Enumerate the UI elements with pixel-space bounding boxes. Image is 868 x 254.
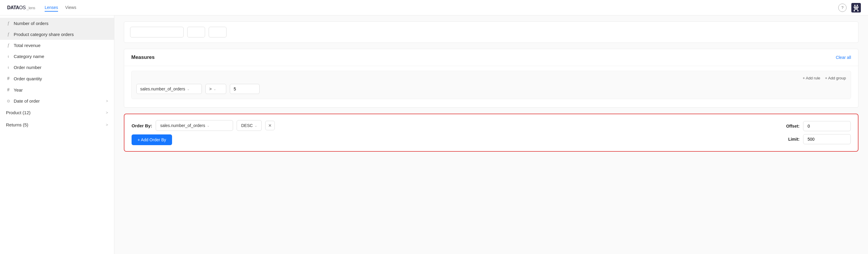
svg-rect-2 — [857, 5, 858, 6]
logo-text: DATAOS _lens — [7, 5, 35, 10]
sidebar-section-returns[interactable]: Returns (5) > — [0, 119, 114, 131]
sidebar-item-total-revenue[interactable]: f Total revenue — [0, 40, 114, 51]
avatar[interactable] — [851, 3, 861, 12]
sidebar-item-order-number[interactable]: t Order number — [0, 62, 114, 73]
chevron-down-icon: ⌄ — [213, 87, 216, 91]
sidebar-item-date-of-order[interactable]: ⊙ Date of order > — [0, 95, 114, 106]
filter-field-select[interactable]: sales.number_of_orders ⌄ — [136, 84, 202, 94]
add-rule-button[interactable]: + Add rule — [803, 76, 820, 80]
sidebar-item-category-name[interactable]: t Category name — [0, 51, 114, 62]
chevron-down-icon: ⌄ — [187, 87, 190, 91]
sidebar-item-label: Product category share orders — [14, 32, 108, 37]
sidebar-item-label: Date of order — [14, 98, 103, 103]
measures-header: Measures Clear all — [124, 49, 858, 66]
hash-icon-1: # — [6, 76, 11, 81]
sidebar-item-label: Order number — [14, 65, 108, 70]
offset-label: Offset: — [782, 124, 800, 128]
order-controls: Order By: sales.number_of_orders ⌄ DESC … — [131, 120, 275, 145]
offset-limit-section: Offset: Limit: — [782, 121, 851, 144]
sidebar-section-label: Returns (5) — [6, 122, 103, 127]
offset-row: Offset: — [782, 121, 851, 131]
sidebar-item-label: Number of orders — [14, 21, 108, 26]
text-icon-1: t — [6, 54, 11, 59]
chevron-right-icon: > — [106, 110, 108, 115]
remove-order-button[interactable]: ✕ — [265, 121, 275, 130]
header-right: ? — [838, 3, 861, 12]
nav-lenses[interactable]: Lenses — [45, 4, 58, 11]
add-order-by-button[interactable]: + Add Order By — [131, 134, 172, 145]
sidebar-item-label: Total revenue — [14, 43, 108, 48]
sidebar-section-product[interactable]: Product (12) > — [0, 106, 114, 119]
sidebar-item-label: Category name — [14, 54, 108, 59]
clock-icon: ⊙ — [6, 99, 11, 103]
partial-btn-2 — [209, 27, 226, 37]
svg-rect-6 — [857, 10, 859, 11]
sidebar-item-order-quantity[interactable]: # Order quantity — [0, 73, 114, 84]
filter-actions: + Add rule + Add group — [136, 76, 846, 80]
limit-input[interactable] — [803, 134, 851, 144]
top-partial-section — [124, 22, 859, 43]
sidebar-item-year[interactable]: # Year — [0, 84, 114, 95]
svg-rect-4 — [854, 8, 858, 9]
add-group-button[interactable]: + Add group — [825, 76, 846, 80]
measures-section: Measures Clear all + Add rule + Add grou… — [124, 49, 859, 108]
header: DATAOS _lens Lenses Views ? — [0, 0, 868, 15]
clear-all-button[interactable]: Clear all — [836, 55, 851, 60]
close-icon: ✕ — [268, 123, 272, 128]
function-icon-2: f — [6, 32, 11, 37]
filter-value-input[interactable] — [230, 84, 259, 94]
measures-title: Measures — [131, 55, 154, 60]
text-icon-2: t — [6, 65, 11, 70]
main-nav: Lenses Views — [45, 4, 76, 11]
partial-btn-1 — [187, 27, 205, 37]
filter-operator-value: > — [209, 87, 212, 91]
sidebar-section-label: Product (12) — [6, 110, 103, 115]
content-area: Measures Clear all + Add rule + Add grou… — [114, 15, 868, 254]
order-by-label: Order By: — [131, 123, 152, 128]
help-icon[interactable]: ? — [838, 4, 846, 12]
order-direction-value: DESC — [241, 123, 253, 128]
function-icon-3: f — [6, 43, 11, 48]
order-field-value: sales.number_of_orders — [160, 123, 205, 128]
nav-views[interactable]: Views — [65, 4, 76, 11]
sidebar: f Number of orders f Product category sh… — [0, 15, 114, 254]
chevron-down-icon: ⌄ — [207, 124, 210, 128]
svg-rect-1 — [854, 5, 856, 6]
partial-field-placeholder — [130, 27, 184, 37]
function-icon-1: f — [6, 21, 11, 26]
arrow-icon: > — [106, 99, 108, 103]
svg-rect-3 — [854, 6, 859, 8]
main-layout: f Number of orders f Product category sh… — [0, 15, 868, 254]
limit-label: Limit: — [782, 137, 800, 141]
logo: DATAOS _lens — [7, 5, 35, 10]
sidebar-item-label: Order quantity — [14, 76, 108, 81]
hash-icon-2: # — [6, 87, 11, 93]
order-by-section: Order By: sales.number_of_orders ⌄ DESC … — [124, 114, 859, 152]
chevron-right-icon: > — [106, 123, 108, 127]
filter-field-value: sales.number_of_orders — [140, 87, 185, 91]
sidebar-item-product-category[interactable]: f Product category share orders — [0, 29, 114, 40]
chevron-down-icon: ⌄ — [254, 124, 257, 128]
limit-row: Limit: — [782, 134, 851, 144]
order-direction-select[interactable]: DESC ⌄ — [237, 120, 262, 131]
sidebar-item-number-of-orders[interactable]: f Number of orders — [0, 18, 114, 29]
sidebar-item-label: Year — [14, 88, 108, 93]
order-field-select[interactable]: sales.number_of_orders ⌄ — [156, 120, 233, 131]
measures-body: + Add rule + Add group sales.number_of_o… — [124, 66, 858, 107]
offset-input[interactable] — [803, 121, 851, 131]
svg-rect-5 — [854, 10, 855, 11]
filter-row: sales.number_of_orders ⌄ > ⌄ — [136, 84, 846, 94]
order-row: Order By: sales.number_of_orders ⌄ DESC … — [131, 120, 275, 131]
filter-row-container: + Add rule + Add group sales.number_of_o… — [131, 71, 851, 99]
filter-operator-select[interactable]: > ⌄ — [206, 84, 226, 94]
